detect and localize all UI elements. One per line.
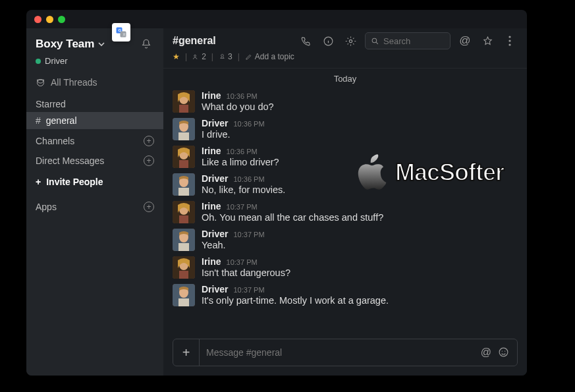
member-count[interactable]: 2 — [192, 52, 206, 61]
message-row[interactable]: Driver10:37 PMYeah. — [173, 226, 518, 254]
svg-point-7 — [372, 38, 377, 42]
message-time: 10:36 PM — [227, 92, 258, 100]
message-text: Yeah. — [202, 240, 518, 250]
plus-icon: + — [36, 177, 41, 187]
message-time: 10:37 PM — [227, 258, 258, 266]
message-user[interactable]: Driver — [202, 229, 228, 239]
main-panel: #general @ ★ | — [163, 28, 527, 376]
window-close-button[interactable] — [34, 16, 41, 23]
translate-icon[interactable]: G文 — [112, 23, 130, 42]
avatar[interactable] — [173, 146, 195, 168]
info-button[interactable] — [320, 33, 336, 49]
sidebar-section-apps[interactable]: Apps + — [26, 195, 163, 215]
settings-button[interactable] — [342, 33, 358, 49]
invite-label: Invite People — [46, 177, 103, 187]
presence-user: Driver — [45, 56, 68, 66]
svg-rect-17 — [178, 132, 189, 140]
svg-point-11 — [194, 55, 196, 57]
message-row[interactable]: Irine10:37 PMOh. You mean all the car ch… — [173, 198, 518, 226]
at-icon: @ — [459, 34, 470, 47]
message-text: It's only part-time. Mostly I work at a … — [202, 295, 518, 306]
message-user[interactable]: Driver — [202, 118, 228, 128]
message-list: Irine10:36 PMWhat do you do?Driver10:36 … — [163, 88, 527, 333]
svg-point-37 — [502, 350, 503, 351]
message-time: 10:37 PM — [233, 231, 264, 238]
more-vertical-icon — [508, 36, 511, 46]
avatar[interactable] — [173, 201, 195, 223]
composer-attach-button[interactable]: + — [173, 339, 200, 366]
composer-input[interactable] — [200, 339, 481, 366]
avatar[interactable] — [173, 118, 195, 140]
traffic-lights — [34, 16, 65, 23]
workspace-name: Boxy Team — [36, 38, 94, 51]
message-user[interactable]: Irine — [202, 201, 221, 211]
avatar[interactable] — [173, 256, 195, 279]
message-user[interactable]: Irine — [202, 146, 221, 156]
svg-point-4 — [38, 79, 44, 86]
sidebar-all-threads[interactable]: All Threads — [26, 72, 163, 92]
svg-rect-29 — [178, 243, 189, 251]
pin-icon — [219, 53, 226, 61]
star-filled-icon[interactable]: ★ — [173, 52, 180, 61]
message-row[interactable]: Irine10:36 PMLike a limo driver? — [173, 143, 518, 171]
message-row[interactable]: Driver10:36 PMI drive. — [173, 115, 518, 143]
message-user[interactable]: Driver — [202, 173, 228, 184]
add-app-button[interactable]: + — [144, 202, 154, 212]
search-input[interactable] — [383, 36, 443, 46]
avatar[interactable] — [173, 284, 195, 306]
add-topic-button[interactable]: Add a topic — [245, 52, 294, 61]
message-user[interactable]: Irine — [202, 90, 221, 101]
window-maximize-button[interactable] — [58, 16, 65, 23]
star-outline-icon — [482, 36, 493, 47]
message-text: Oh. You mean all the car chases and stuf… — [202, 212, 518, 223]
message-text: Isn't that dangerous? — [202, 267, 518, 278]
message-row[interactable]: Driver10:36 PMNo, like, for movies. — [173, 171, 518, 198]
sidebar-section-channels[interactable]: Channels + — [26, 129, 163, 149]
sidebar-section-dms[interactable]: Direct Messages + — [26, 149, 163, 169]
message-row[interactable]: Driver10:37 PMIt's only part-time. Mostl… — [173, 281, 518, 309]
avatar[interactable] — [173, 229, 195, 251]
invite-people-button[interactable]: + Invite People — [26, 169, 163, 195]
presence-indicator[interactable]: Driver — [26, 56, 163, 72]
search-box[interactable] — [365, 32, 451, 49]
bell-icon — [140, 38, 152, 50]
svg-point-6 — [349, 40, 352, 42]
composer-mention-button[interactable]: @ — [481, 347, 491, 358]
sidebar-section-starred[interactable]: Starred — [26, 92, 163, 112]
svg-rect-32 — [179, 271, 188, 279]
message-text: No, like, for movies. — [202, 184, 518, 195]
message-row[interactable]: Irine10:37 PMIsn't that dangerous? — [173, 254, 518, 281]
sidebar-channel-general[interactable]: # general — [26, 112, 163, 129]
pencil-icon — [245, 53, 252, 61]
pins-count[interactable]: 3 — [219, 52, 233, 61]
mentions-button[interactable]: @ — [457, 33, 473, 49]
message-text: Like a limo driver? — [202, 157, 518, 167]
channel-title: #general — [173, 35, 216, 47]
star-button[interactable] — [479, 33, 495, 49]
window-minimize-button[interactable] — [46, 16, 53, 23]
svg-rect-26 — [179, 215, 188, 223]
svg-rect-23 — [178, 188, 189, 196]
svg-text:G: G — [119, 28, 122, 32]
message-time: 10:37 PM — [227, 203, 258, 211]
call-button[interactable] — [298, 33, 314, 49]
workspace-switcher[interactable]: Boxy Team — [36, 38, 105, 51]
message-row[interactable]: Irine10:36 PMWhat do you do? — [173, 88, 518, 115]
chevron-down-icon — [98, 41, 105, 47]
dm-label: Direct Messages — [36, 155, 104, 166]
avatar[interactable] — [173, 90, 195, 113]
more-button[interactable] — [502, 33, 518, 49]
gear-icon — [345, 36, 356, 47]
message-user[interactable]: Irine — [202, 256, 221, 267]
message-text: I drive. — [202, 129, 518, 140]
svg-rect-20 — [179, 160, 188, 168]
add-dm-button[interactable]: + — [144, 155, 154, 166]
all-threads-label: All Threads — [51, 77, 97, 88]
message-user[interactable]: Driver — [202, 284, 228, 294]
avatar[interactable] — [173, 173, 195, 196]
composer-emoji-button[interactable] — [498, 347, 509, 358]
notifications-button[interactable] — [138, 36, 154, 52]
channels-label: Channels — [36, 136, 74, 146]
add-channel-button[interactable]: + — [144, 136, 154, 146]
svg-point-9 — [508, 40, 510, 42]
